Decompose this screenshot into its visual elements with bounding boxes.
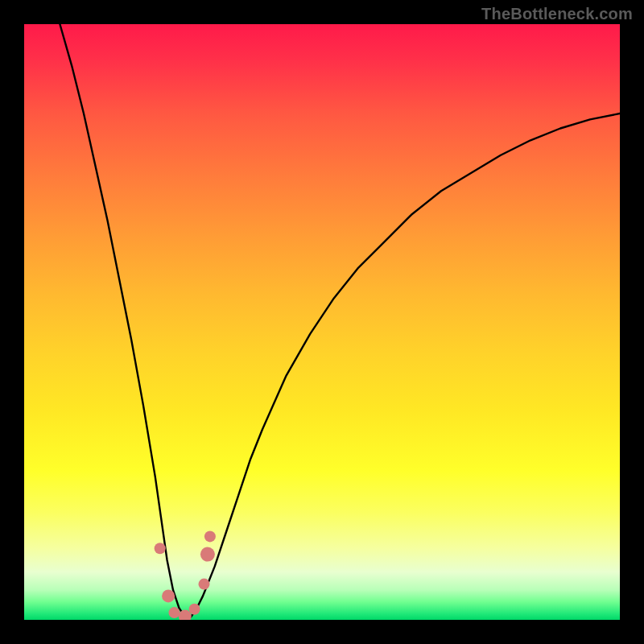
curve-marker: [199, 579, 210, 590]
curve-marker: [189, 604, 200, 615]
chart-frame: TheBottleneck.com: [0, 0, 644, 644]
curve-marker: [200, 547, 215, 562]
bottleneck-curve: [60, 24, 620, 617]
curve-marker: [169, 607, 180, 618]
curve-markers: [155, 530, 216, 620]
watermark-text: TheBottleneck.com: [481, 5, 633, 23]
curve-svg: [24, 24, 620, 620]
curve-marker: [162, 589, 175, 602]
curve-marker: [204, 530, 216, 542]
plot-area: [24, 24, 620, 620]
curve-marker: [155, 543, 166, 554]
